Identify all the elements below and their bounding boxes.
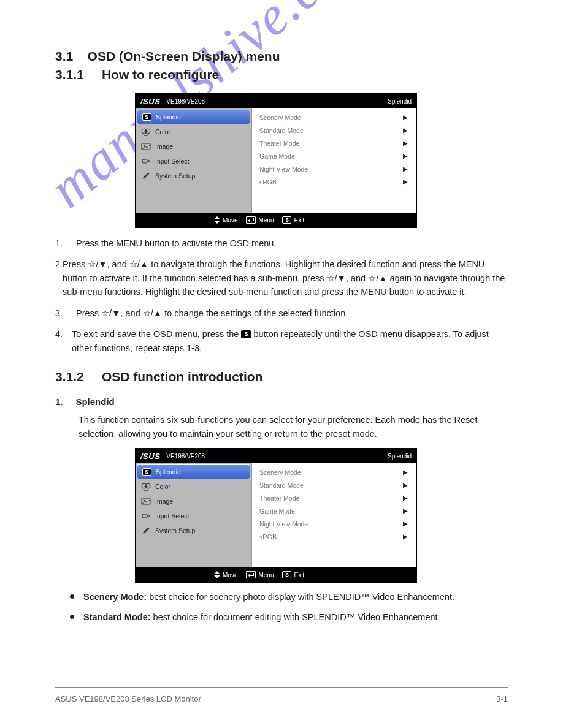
input-icon [140, 156, 151, 166]
svg-point-10 [144, 500, 145, 502]
sidebar-item-label: Image [155, 498, 173, 505]
image-icon [140, 496, 151, 506]
s-icon-inline: S [241, 330, 251, 338]
splendid-icon: S [141, 112, 152, 122]
sidebar-item-color[interactable]: Color [137, 479, 250, 494]
steps-list: 1.Press the MENU button to activate the … [55, 237, 508, 355]
splendid-icon: S [141, 467, 152, 477]
svg-rect-11 [142, 514, 147, 518]
osd-sidebar: S Splendid Color Image [136, 463, 252, 567]
section-number: 3.1 [55, 49, 73, 63]
sidebar-item-label: Image [155, 143, 173, 150]
svg-point-4 [144, 145, 145, 147]
mode-option[interactable]: Scenery Mode▶ [255, 111, 414, 124]
osd-footer: Move Menu S Exit [136, 213, 416, 227]
mode-option[interactable]: Game Mode▶ [255, 504, 414, 517]
tools-icon [140, 526, 151, 536]
footer-move: Move [214, 216, 237, 224]
sidebar-item-image[interactable]: Image [137, 139, 250, 154]
sidebar-item-input[interactable]: Input Select [137, 154, 250, 169]
osd-main-list: Scenery Mode▶ Standard Mode▶ Theater Mod… [252, 463, 416, 567]
bullet-item: Scenery Mode: best choice for scenery ph… [70, 590, 508, 604]
osd-screenshot-2: /SUS VE198/VE208 Splendid S Splendid Col… [135, 448, 417, 583]
header-right-label: Splendid [388, 98, 412, 105]
brand-logo: /SUS [140, 452, 160, 461]
function-description: This function contains six sub-functions… [79, 413, 508, 441]
sidebar-item-splendid[interactable]: S Splendid [137, 464, 250, 479]
page-content: 3.1 OSD (On-Screen Display) menu 3.1.1 H… [0, 0, 563, 656]
step-item: 4.To exit and save the OSD menu, press t… [55, 327, 508, 355]
sidebar-item-color[interactable]: Color [137, 124, 250, 139]
bullet-rest: best choice for scenery photo display wi… [147, 592, 454, 602]
osd-screenshot-1: /SUS VE198/VE208 Splendid S Splendid Col… [135, 93, 417, 228]
mode-option[interactable]: Night View Mode▶ [255, 517, 414, 530]
osd-footer: Move Menu S Exit [136, 567, 416, 582]
footer-exit: S Exit [282, 571, 304, 578]
svg-rect-5 [142, 159, 147, 163]
osd-body: S Splendid Color Image [136, 463, 416, 567]
rgb-icon [140, 127, 151, 137]
subsection2-title: OSD function introduction [102, 370, 262, 384]
s-icon: S [282, 216, 291, 224]
step-item: 2.Press ☆/▼, and ☆/▲ to navigate through… [55, 257, 508, 298]
step-item: 1.Press the MENU button to activate the … [55, 237, 508, 250]
model-label: VE198/VE208 [166, 98, 205, 105]
s-icon: S [282, 571, 291, 578]
section-title: OSD (On-Screen Display) menu [88, 49, 280, 63]
sidebar-item-image[interactable]: Image [137, 494, 250, 509]
mode-option[interactable]: Theater Mode▶ [255, 137, 414, 150]
mode-option[interactable]: Night View Mode▶ [255, 162, 414, 175]
mode-option[interactable]: Standard Mode▶ [255, 479, 414, 491]
sidebar-item-label: Color [155, 483, 170, 490]
mode-option[interactable]: Scenery Mode▶ [255, 466, 414, 479]
subsection-title: How to reconfigure [102, 67, 219, 82]
subsection-heading: 3.1.1 How to reconfigure [55, 67, 508, 82]
sidebar-item-splendid[interactable]: S Splendid [137, 110, 250, 124]
footer-exit: S Exit [282, 216, 304, 224]
mode-option[interactable]: sRGB▶ [255, 530, 414, 543]
model-label: VE198/VE208 [166, 453, 205, 460]
header-right-label: Splendid [388, 453, 412, 460]
footer-left: ASUS VE198/VE208 Series LCD Monitor [55, 694, 201, 703]
enter-icon [246, 216, 256, 224]
sidebar-item-system[interactable]: System Setup [137, 169, 250, 183]
sidebar-item-label: Splendid [156, 113, 181, 121]
sidebar-item-label: System Setup [155, 527, 195, 534]
footer-menu: Menu [246, 571, 274, 578]
sidebar-item-label: Input Select [155, 512, 189, 520]
step-item: 3.Press ☆/▼, and ☆/▲ to change the setti… [55, 306, 508, 320]
enter-icon [246, 571, 256, 578]
osd-header: /SUS VE198/VE208 Splendid [136, 94, 416, 108]
sidebar-item-label: Splendid [156, 468, 181, 476]
updown-icon [214, 571, 220, 578]
sidebar-item-label: System Setup [155, 172, 195, 180]
mode-option[interactable]: Game Mode▶ [255, 150, 414, 162]
footer-move: Move [214, 571, 237, 578]
image-icon [140, 142, 151, 151]
footer-page-number: 3-1 [496, 694, 508, 703]
bullet-bold: Scenery Mode: [83, 592, 147, 602]
mode-option[interactable]: sRGB▶ [255, 175, 414, 188]
page-footer: ASUS VE198/VE208 Series LCD Monitor 3-1 [55, 687, 508, 703]
mode-bullets: Scenery Mode: best choice for scenery ph… [70, 590, 508, 624]
rgb-icon [140, 482, 151, 491]
subsection2-number: 3.1.2 [55, 370, 84, 384]
osd-sidebar: S Splendid Color Image [136, 108, 252, 213]
tools-icon [140, 171, 151, 181]
sidebar-item-label: Color [155, 128, 170, 135]
updown-icon [214, 216, 220, 224]
mode-option[interactable]: Standard Mode▶ [255, 124, 414, 137]
osd-body: S Splendid Color Image [136, 108, 416, 213]
brand-logo: /SUS [140, 97, 160, 106]
mode-option[interactable]: Theater Mode▶ [255, 491, 414, 504]
subsection-heading-2: 3.1.2 OSD function introduction [55, 370, 508, 384]
osd-header: /SUS VE198/VE208 Splendid [136, 449, 416, 463]
footer-menu: Menu [246, 216, 274, 224]
section-heading: 3.1 OSD (On-Screen Display) menu [55, 49, 508, 64]
sidebar-item-input[interactable]: Input Select [137, 509, 250, 523]
subsection-number: 3.1.1 [55, 67, 84, 82]
sidebar-item-system[interactable]: System Setup [137, 523, 250, 538]
sidebar-item-label: Input Select [155, 157, 189, 165]
bullet-rest: best choice for document editing with SP… [151, 612, 440, 622]
bullet-item: Standard Mode: best choice for document … [70, 610, 508, 624]
